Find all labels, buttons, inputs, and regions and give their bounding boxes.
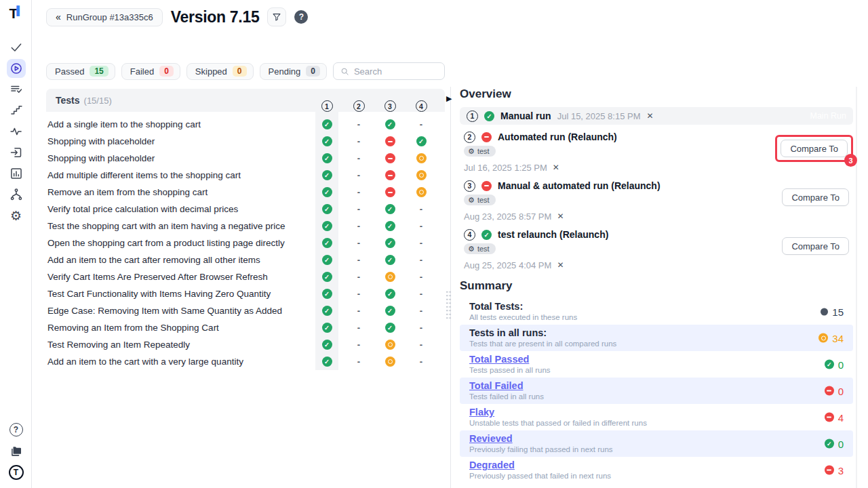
remove-run-icon[interactable]: ✕ — [557, 211, 564, 221]
run-number-badge: 1 — [321, 100, 333, 112]
test-status-cell: ✓ — [315, 187, 338, 197]
test-status-cell: - — [347, 170, 370, 180]
library-icon[interactable] — [9, 443, 24, 458]
status-none-dash: - — [357, 170, 360, 180]
tag-pill[interactable]: ⚙test — [464, 146, 496, 157]
test-row[interactable]: Add multiple different items to the shop… — [46, 167, 445, 184]
test-row[interactable]: Test Cart Functionality with Items Havin… — [46, 285, 445, 302]
resize-grip-handle[interactable] — [446, 290, 452, 319]
test-name: Add an item to the cart after removing a… — [46, 255, 260, 265]
summary-link[interactable]: Total Passed — [469, 354, 844, 365]
playlist-check-icon[interactable] — [7, 80, 26, 99]
test-status-cell: ✓ — [315, 357, 338, 367]
test-name: Test Removing an Item Repeatedly — [46, 340, 190, 350]
filter-pending-button[interactable]: Pending0 — [260, 63, 327, 80]
summary-link[interactable]: Degraded — [469, 460, 844, 471]
filter-passed-button[interactable]: Passed15 — [46, 63, 115, 80]
filter-chip-count: 15 — [90, 66, 108, 77]
filter-funnel-button[interactable] — [267, 7, 286, 26]
filter-bar: Passed15Failed0Skipped0Pending0 — [46, 62, 445, 80]
test-status-cell — [378, 170, 401, 180]
remove-run-icon[interactable]: ✕ — [557, 260, 564, 270]
tag-label: test — [477, 245, 490, 253]
test-status-cell: - — [410, 306, 433, 316]
run-block: 4✓test relaunch (Relaunch)⚙testAug 25, 2… — [460, 229, 853, 270]
settings-gear-icon[interactable]: ⚙ — [7, 206, 26, 225]
test-status-cell — [378, 340, 401, 350]
summary-row: Total PassedTests passed in all runs✓0 — [460, 351, 853, 378]
test-row[interactable]: Edge Case: Removing Item with Same Quant… — [46, 302, 445, 319]
test-status-cell: ✓ — [315, 238, 338, 248]
status-failed-icon — [385, 136, 395, 146]
brand-logo[interactable]: T▌ — [0, 5, 32, 22]
test-row[interactable]: Shopping with placeholder✓-✓ — [46, 133, 445, 150]
status-passed-icon: ✓ — [322, 136, 332, 146]
help-circle-icon[interactable]: ? — [9, 423, 23, 436]
status-failed-icon — [481, 132, 492, 142]
summary-link[interactable]: Total Failed — [469, 380, 844, 392]
help-button[interactable]: ? — [294, 10, 308, 24]
status-passed-icon: ✓ — [322, 323, 332, 333]
run-column-header[interactable]: 1 — [315, 100, 338, 112]
branch-icon[interactable] — [7, 185, 26, 204]
filter-chip-label: Failed — [130, 66, 154, 77]
remove-run-icon[interactable]: ✕ — [553, 163, 559, 172]
remove-run-icon[interactable]: ✕ — [647, 111, 654, 121]
test-row[interactable]: Add an item to the cart after removing a… — [46, 251, 445, 268]
search-input[interactable] — [354, 66, 435, 77]
test-row[interactable]: Open the shopping cart from a product li… — [46, 235, 445, 251]
test-row[interactable]: Verify total price calculation with deci… — [46, 201, 445, 218]
check-icon[interactable] — [7, 38, 26, 57]
test-row[interactable]: Add an item to the cart with a very larg… — [46, 353, 445, 370]
test-name: Removing an Item from the Shopping Cart — [46, 323, 219, 333]
test-row[interactable]: Add a single item to the shopping cart✓-… — [46, 116, 445, 133]
test-row[interactable]: Remove an item from the shopping cart✓- — [46, 184, 445, 201]
test-row[interactable]: Removing an Item from the Shopping Cart✓… — [46, 319, 445, 336]
panel-scrollbar[interactable] — [856, 87, 857, 488]
test-row[interactable]: Test the shopping cart with an item havi… — [46, 218, 445, 235]
tag-pill[interactable]: ⚙test — [464, 195, 496, 205]
run-date: Jul 15, 2025 8:15 PM — [557, 111, 641, 121]
test-name: Open the shopping cart from a product li… — [46, 238, 285, 248]
status-none-dash: - — [357, 204, 360, 214]
activity-icon[interactable] — [7, 122, 26, 141]
status-passed-icon: ✓ — [322, 170, 332, 180]
run-blocks: 2Automated run (Relaunch)⚙testJul 16, 20… — [460, 131, 853, 270]
back-to-rungroup-button[interactable]: « RunGroup #13a335c6 — [46, 8, 163, 26]
test-row[interactable]: Shopping with placeholder✓- — [46, 150, 445, 167]
app-window: T▌ ⚙ — [0, 0, 868, 488]
test-row[interactable]: Test Removing an Item Repeatedly✓-- — [46, 336, 445, 353]
status-none-dash: - — [420, 255, 422, 265]
run-number-badge: 3 — [384, 100, 396, 112]
bar-chart-icon[interactable] — [7, 164, 26, 183]
filter-skipped-button[interactable]: Skipped0 — [186, 63, 254, 80]
test-status-cell: ✓ — [315, 306, 338, 316]
run-column-header[interactable]: 2 — [347, 100, 370, 112]
summary-row: Tests in all runs:Tests that are present… — [460, 325, 853, 351]
filter-failed-button[interactable]: Failed0 — [121, 63, 180, 80]
tag-pill[interactable]: ⚙test — [464, 243, 496, 254]
summary-link[interactable]: Revieved — [469, 433, 844, 445]
run-column-header[interactable]: 3 — [378, 100, 401, 112]
tests-table: Tests (15/15) 1234 Add a single item to … — [46, 89, 445, 370]
collapse-panel-icon[interactable]: ▶ — [446, 94, 452, 103]
run-column-header[interactable]: 4 — [410, 100, 433, 112]
status-skipped-icon — [385, 357, 395, 367]
compare-to-button[interactable]: Compare To — [782, 188, 849, 206]
run-title: Automated run (Relaunch) — [498, 131, 617, 142]
footer-logo-icon[interactable]: T — [9, 465, 24, 480]
import-box-icon[interactable] — [7, 143, 26, 162]
summary-link[interactable]: Flaky — [469, 407, 844, 418]
test-status-cell: ✓ — [315, 153, 338, 163]
status-passed-icon: ✓ — [322, 238, 332, 248]
summary-description: Previously passed that failed in next ru… — [469, 471, 844, 481]
steps-icon[interactable] — [7, 101, 26, 120]
test-row[interactable]: Verify Cart Items Are Preserved After Br… — [46, 268, 445, 285]
status-none-dash: - — [420, 119, 422, 129]
compare-to-button[interactable]: Compare To — [782, 237, 849, 255]
play-circle-icon[interactable] — [7, 59, 26, 78]
compare-to-button[interactable]: Compare To — [781, 140, 848, 157]
status-passed-icon: ✓ — [385, 323, 395, 333]
main-run-row[interactable]: 1 ✓ Manual run Jul 15, 2025 8:15 PM ✕ Ma… — [460, 107, 853, 125]
run-title: test relaunch (Relaunch) — [498, 229, 608, 240]
